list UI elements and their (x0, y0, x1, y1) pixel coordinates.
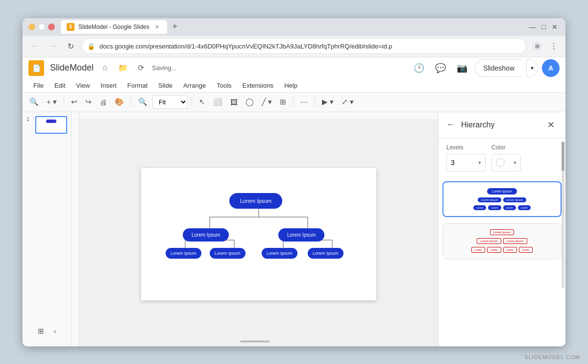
collapse-panel-button[interactable]: ‹ (51, 324, 59, 339)
toolbar-divider-1 (64, 97, 64, 107)
menu-slide[interactable]: Slide (153, 80, 177, 91)
panel-scrollbar[interactable] (562, 142, 564, 289)
profile-icon: ⊞ (532, 41, 542, 51)
toolbar-divider-2 (131, 97, 131, 107)
history-button[interactable]: 🕐 (410, 59, 428, 77)
mini-l3-2-1: Lorem (471, 247, 485, 253)
address-input[interactable] (81, 38, 526, 54)
slideshow-dropdown-button[interactable]: ▾ (526, 59, 538, 77)
horizontal-ruler (72, 112, 438, 120)
zoom-select[interactable]: Fit 50% 75% 100% (152, 95, 188, 109)
mini-l3-1-2: Lorem (488, 205, 501, 210)
extensions-button[interactable]: ⋮ (548, 40, 560, 53)
thumb-level3 (50, 128, 53, 130)
color-picker-button[interactable] (491, 154, 521, 171)
l3-label-1: Lorem Ipsum (166, 248, 201, 259)
print-button[interactable]: 🖨 (97, 95, 110, 109)
slide-thumbnail-1[interactable] (35, 116, 67, 134)
shape-button[interactable]: ⬜ (210, 95, 225, 109)
l2-right-label: Lorem Ipsum (278, 228, 324, 242)
grid-view-button[interactable]: ⊞ (35, 324, 47, 339)
address-wrapper: 🔒 (81, 38, 526, 54)
top-right-actions: 🕐 💬 📷 Slideshow ▾ A (410, 59, 560, 77)
levels-select-wrapper: 1 2 3 4 (446, 154, 486, 171)
panel-controls: Levels 1 2 3 4 Color (439, 138, 565, 177)
tab-bar: S SlideModel - Google Slides × + (59, 20, 523, 34)
l2-left-node[interactable]: Lorem Ipsum (183, 228, 229, 242)
mini-root-2: Lorem Ipsum (490, 229, 514, 235)
mini-root-1: Lorem Ipsum (487, 188, 517, 194)
active-tab[interactable]: S SlideModel - Google Slides × (61, 20, 167, 34)
comments-button[interactable]: 💬 (432, 59, 449, 77)
star-button[interactable]: ☆ (99, 61, 110, 74)
add-button[interactable]: + ▾ (44, 95, 60, 109)
l3-node-1[interactable]: Lorem Ipsum (166, 248, 201, 259)
reload-button[interactable]: ↻ (64, 39, 77, 53)
format-paint-button[interactable]: 🎨 (112, 95, 127, 109)
expand-button[interactable]: ⤢ ▾ (339, 95, 357, 109)
close-button[interactable] (48, 24, 55, 30)
new-tab-button[interactable]: + (168, 20, 182, 34)
mini-l2-left-2: Lorem Ipsum (477, 238, 501, 244)
menu-extensions[interactable]: Extensions (238, 80, 279, 91)
hierarchy-panel: ← Hierarchy ✕ Levels 1 2 3 4 (438, 112, 565, 346)
menu-view[interactable]: View (71, 80, 95, 91)
root-node[interactable]: Lorem Ipsum (229, 193, 282, 209)
diagram-card-2[interactable]: Lorem Ipsum Lorem Ipsum Lorem Ipsum Lore… (442, 223, 562, 259)
user-avatar-button[interactable]: A (542, 59, 560, 77)
zoom-button[interactable]: 🔍 (135, 95, 150, 109)
image-button[interactable]: 🖼 (227, 95, 241, 109)
l3-node-2[interactable]: Lorem Ipsum (210, 248, 245, 259)
panel-close-button[interactable]: ✕ (544, 118, 558, 132)
l3-node-3[interactable]: Lorem Ipsum (262, 248, 297, 259)
menu-arrange[interactable]: Arrange (178, 80, 211, 91)
minimize-window-button[interactable]: — (527, 21, 538, 33)
forward-button[interactable]: → (46, 39, 60, 53)
back-button[interactable]: ← (28, 39, 42, 53)
folder-button[interactable]: 📁 (116, 61, 130, 74)
cursor-button[interactable]: ↖ (196, 95, 208, 109)
redo-button[interactable]: ↪ (82, 95, 95, 109)
menu-format[interactable]: Format (122, 80, 152, 91)
table-button[interactable]: ⊞ (277, 95, 289, 109)
panel-header: ← Hierarchy ✕ (439, 112, 565, 138)
slides-panel: 1 ⊞ ‹ (23, 112, 72, 346)
browser-profile-button[interactable]: ⊞ (530, 39, 544, 53)
shape2-button[interactable]: ◯ (243, 95, 257, 109)
menu-insert[interactable]: Insert (96, 80, 122, 91)
toolbar-row: 🔍 + ▾ ↩ ↪ 🖨 🎨 🔍 Fit 50% 75% 100% ↖ ⬜ 🖼 ◯… (23, 93, 565, 112)
panel-back-button[interactable]: ← (446, 120, 455, 130)
menu-tools[interactable]: Tools (212, 80, 236, 91)
l3-node-4[interactable]: Lorem Ipsum (308, 248, 343, 259)
mini-l3-2-2: Lorem (487, 247, 501, 253)
levels-control: Levels 1 2 3 4 (446, 144, 486, 171)
l3-label-3: Lorem Ipsum (262, 248, 297, 259)
diagram-card-1[interactable]: Lorem Ipsum Lorem Ipsum Lorem Ipsum Lore… (442, 181, 562, 217)
svg-text:⊞: ⊞ (535, 43, 539, 49)
menu-file[interactable]: File (28, 80, 49, 91)
levels-select[interactable]: 1 2 3 4 (446, 154, 486, 171)
maximize-button[interactable] (38, 24, 45, 30)
slide-canvas[interactable]: Lorem Ipsum Lorem Ipsum Lorem Ipsum Lore… (141, 168, 376, 300)
slideshow-button[interactable]: Slideshow (475, 59, 522, 77)
vertical-ruler (72, 112, 79, 346)
color-label: Color (491, 144, 521, 151)
lock-icon: 🔒 (87, 43, 95, 50)
saving-indicator: Saving... (152, 64, 177, 72)
minimize-button[interactable] (28, 24, 35, 30)
mini-level2-2: Lorem Ipsum Lorem Ipsum (477, 238, 527, 244)
undo-button[interactable]: ↩ (68, 95, 80, 109)
pointer-button[interactable]: ▶ ▾ (319, 95, 337, 109)
sync-button[interactable]: ⟳ (136, 61, 146, 74)
line-button[interactable]: ╱ ▾ (259, 95, 275, 109)
restore-window-button[interactable]: □ (540, 21, 548, 33)
close-window-button[interactable]: ✕ (550, 21, 560, 33)
zoom-out-button[interactable]: 🔍 (26, 95, 42, 109)
menu-edit[interactable]: Edit (49, 80, 70, 91)
camera-button[interactable]: 📷 (453, 59, 471, 77)
tab-title: SlideModel - Google Slides (78, 24, 149, 30)
more-tools-button[interactable]: ⋯ (297, 95, 311, 109)
menu-help[interactable]: Help (279, 80, 302, 91)
l2-right-node[interactable]: Lorem Ipsum (278, 228, 324, 242)
tab-close-button[interactable]: × (153, 23, 161, 31)
